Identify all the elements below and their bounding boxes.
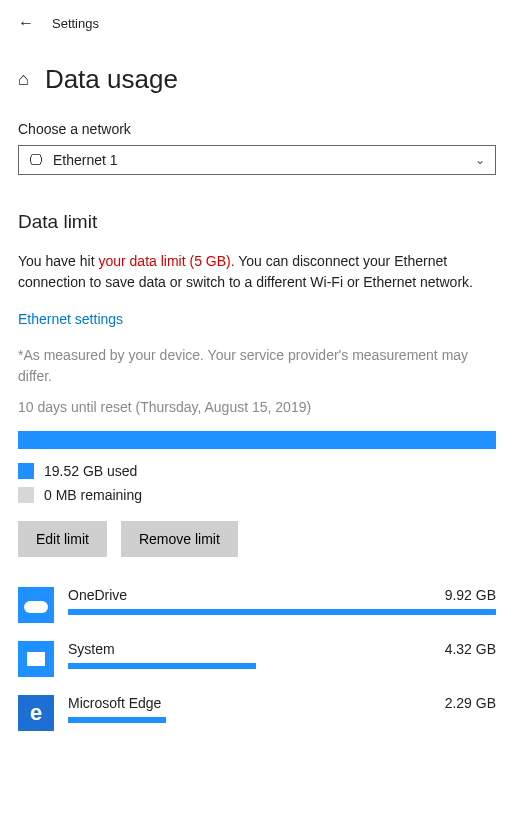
system-icon: [18, 641, 54, 677]
app-usage-bar: [68, 609, 496, 615]
edit-limit-button[interactable]: Edit limit: [18, 521, 107, 557]
network-selected-name: Ethernet 1: [53, 152, 475, 168]
ethernet-icon: 🖵: [29, 152, 43, 168]
app-usage: 2.29 GB: [445, 695, 496, 711]
choose-network-label: Choose a network: [18, 121, 496, 137]
onedrive-icon: [18, 587, 54, 623]
page-title: Data usage: [45, 64, 178, 95]
legend-remaining-label: 0 MB remaining: [44, 487, 142, 503]
back-button[interactable]: ←: [18, 14, 34, 32]
app-usage: 4.32 GB: [445, 641, 496, 657]
legend-used-swatch: [18, 463, 34, 479]
home-icon[interactable]: ⌂: [18, 69, 29, 90]
settings-header-label: Settings: [52, 16, 99, 31]
legend-used-label: 19.52 GB used: [44, 463, 137, 479]
app-row-onedrive: OneDrive 9.92 GB: [18, 587, 496, 623]
app-row-edge: e Microsoft Edge 2.29 GB: [18, 695, 496, 731]
app-name: OneDrive: [68, 587, 127, 603]
network-select[interactable]: 🖵 Ethernet 1 ⌄: [18, 145, 496, 175]
legend-used: 19.52 GB used: [18, 463, 496, 479]
app-name: System: [68, 641, 115, 657]
legend-remaining-swatch: [18, 487, 34, 503]
warn-limit-red: your data limit (5 GB).: [98, 253, 234, 269]
app-usage-bar: [68, 663, 256, 669]
usage-total-bar: [18, 431, 496, 449]
reset-countdown: 10 days until reset (Thursday, August 15…: [18, 399, 496, 415]
data-limit-heading: Data limit: [18, 211, 496, 233]
measurement-note: *As measured by your device. Your servic…: [18, 345, 496, 387]
data-limit-warning: You have hit your data limit (5 GB). You…: [18, 251, 496, 293]
app-row-system: System 4.32 GB: [18, 641, 496, 677]
app-name: Microsoft Edge: [68, 695, 161, 711]
app-usage-bar: [68, 717, 166, 723]
legend-remaining: 0 MB remaining: [18, 487, 496, 503]
edge-icon: e: [18, 695, 54, 731]
chevron-down-icon: ⌄: [475, 153, 485, 167]
ethernet-settings-link[interactable]: Ethernet settings: [18, 311, 123, 327]
warn-prefix: You have hit: [18, 253, 98, 269]
app-usage: 9.92 GB: [445, 587, 496, 603]
remove-limit-button[interactable]: Remove limit: [121, 521, 238, 557]
